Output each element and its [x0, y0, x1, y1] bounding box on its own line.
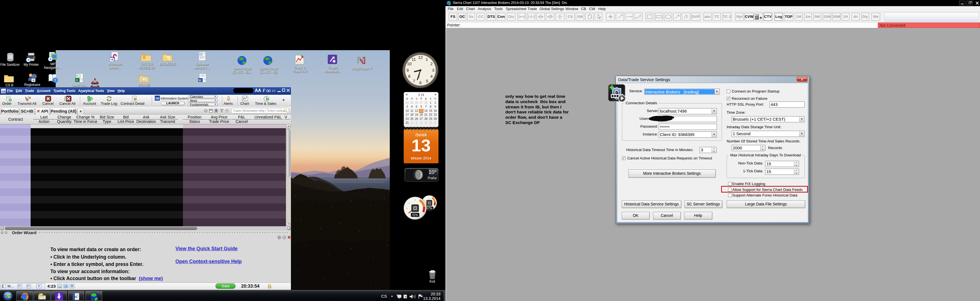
- svg-text:7: 7: [413, 78, 415, 83]
- svg-text:$: $: [88, 97, 89, 99]
- svg-text:12: 12: [418, 55, 423, 60]
- svg-text:01%: 01%: [412, 213, 418, 216]
- svg-text:6: 6: [419, 80, 422, 85]
- svg-text:1: 1: [426, 57, 428, 62]
- svg-text:3: 3: [432, 68, 434, 72]
- svg-text:5: 5: [426, 78, 428, 83]
- svg-text:10: 10: [407, 61, 412, 66]
- svg-text:4: 4: [430, 74, 433, 78]
- svg-text:8: 8: [408, 74, 410, 78]
- svg-text:$: $: [267, 99, 268, 101]
- svg-text:i: i: [135, 98, 135, 101]
- svg-text:TVW: TVW: [755, 14, 759, 16]
- svg-text:2: 2: [430, 61, 433, 66]
- svg-text:$: $: [91, 98, 92, 100]
- svg-text:9: 9: [406, 68, 409, 72]
- svg-text:$: $: [89, 99, 90, 101]
- svg-text:11: 11: [412, 57, 416, 62]
- svg-text:?: ?: [284, 236, 285, 239]
- svg-text:?: ?: [54, 78, 56, 83]
- svg-text:57%: 57%: [426, 207, 432, 210]
